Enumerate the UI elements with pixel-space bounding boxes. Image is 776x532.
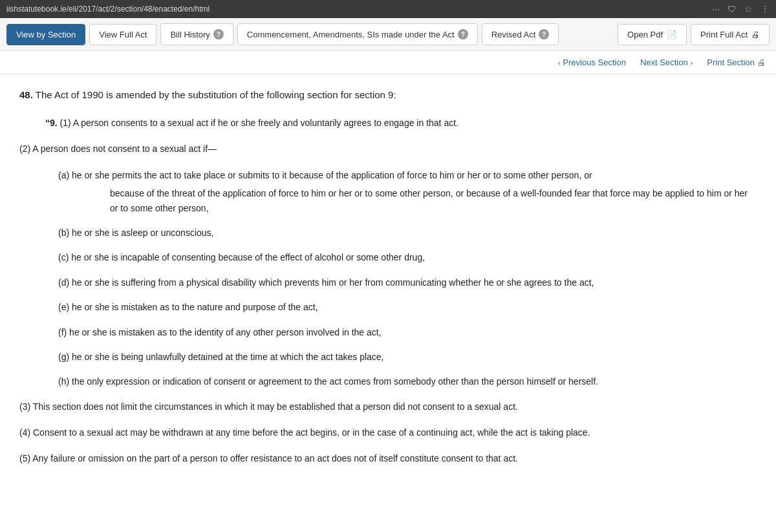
- next-section-button[interactable]: Next Section ›: [636, 55, 696, 70]
- list-item-a: (a) he or she permits the act to take pl…: [19, 168, 757, 215]
- item-h-text: (h) the only expression or indication of…: [58, 376, 598, 387]
- section-number: 48.: [19, 89, 33, 100]
- subsection-3-text: (3) This section does not limit the circ…: [19, 401, 518, 412]
- view-full-act-label: View Full Act: [99, 30, 147, 39]
- chevron-left-icon: ‹: [558, 59, 561, 67]
- subsection-3: (3) This section does not limit the circ…: [19, 399, 757, 414]
- item-b-text: (b) he or she is asleep or unconscious,: [58, 228, 213, 238]
- previous-section-label: Previous Section: [563, 58, 626, 67]
- subsection-5: (5) Any failure or omission on the part …: [19, 451, 757, 465]
- print-full-act-label: Print Full Act: [700, 30, 748, 39]
- item-d-text: (d) he or she is suffering from a physic…: [58, 277, 594, 288]
- main-content: 48. The Act of 1990 is amended by the su…: [0, 74, 776, 504]
- print-section-button[interactable]: Print Section 🖨: [703, 55, 770, 70]
- pdf-icon: 📄: [667, 30, 677, 39]
- subsection-4-text: (4) Consent to a sexual act may be withd…: [19, 427, 590, 438]
- star-icon[interactable]: ☆: [744, 4, 753, 14]
- subsection-5-text: (5) Any failure or omission on the part …: [19, 453, 518, 463]
- revised-act-help-icon[interactable]: ?: [539, 29, 549, 39]
- url-bar: iishstatutebook.ie/eli/2017/act/2/sectio…: [6, 5, 210, 14]
- bill-history-label: Bill History: [170, 30, 210, 39]
- print-section-label: Print Section: [707, 58, 755, 67]
- previous-section-button[interactable]: ‹ Previous Section: [554, 55, 630, 70]
- bill-history-button[interactable]: Bill History ?: [160, 23, 233, 45]
- item-f-text: (f) he or she is mistaken as to the iden…: [58, 327, 382, 337]
- print-icon: 🖨: [751, 30, 760, 39]
- view-by-section-button[interactable]: View by Section: [6, 24, 85, 45]
- print-section-icon: 🖨: [757, 58, 766, 67]
- nav-bar: View by Section View Full Act Bill Histo…: [0, 18, 776, 51]
- item-a-continuation: because of the threat of the application…: [58, 186, 757, 215]
- list-item-h: (h) the only expression or indication of…: [19, 374, 757, 388]
- chevron-right-icon: ›: [691, 59, 693, 67]
- list-item-b: (b) he or she is asleep or unconscious,: [19, 226, 757, 240]
- item-a-main-text: (a) he or she permits the act to take pl…: [58, 170, 592, 180]
- revised-act-label: Revised Act: [491, 30, 536, 39]
- subsection-2-text: (2) A person does not consent to a sexua…: [19, 144, 217, 154]
- list-item-g: (g) he or she is being unlawfully detain…: [19, 350, 757, 364]
- print-full-act-button[interactable]: Print Full Act 🖨: [691, 24, 770, 45]
- revised-act-button[interactable]: Revised Act ?: [482, 23, 559, 45]
- quote-intro: “9. (1) A person consents to a sexual ac…: [19, 116, 757, 130]
- item-g-text: (g) he or she is being unlawfully detain…: [58, 352, 384, 362]
- browser-chrome: iishstatutebook.ie/eli/2017/act/2/sectio…: [0, 0, 776, 18]
- open-pdf-button[interactable]: Open Pdf 📄: [618, 24, 687, 45]
- section-intro-text: The Act of 1990 is amended by the substi…: [33, 89, 396, 100]
- menu-icon[interactable]: ···: [712, 4, 720, 14]
- list-item-d: (d) he or she is suffering from a physic…: [19, 275, 757, 290]
- open-pdf-label: Open Pdf: [627, 30, 663, 39]
- view-full-act-button[interactable]: View Full Act: [89, 24, 156, 45]
- list-item-e: (e) he or she is mistaken as to the natu…: [19, 300, 757, 314]
- browser-icons: ··· 🛡 ☆ ⋮: [712, 4, 770, 14]
- shield-icon: 🛡: [727, 4, 737, 14]
- next-section-label: Next Section: [640, 58, 688, 67]
- item-a-cont-text: because of the threat of the application…: [110, 188, 748, 213]
- subsection-4: (4) Consent to a sexual act may be withd…: [19, 425, 757, 440]
- commencement-label: Commencement, Amendments, SIs made under…: [247, 30, 455, 39]
- view-by-section-label: View by Section: [16, 30, 76, 39]
- section-intro: 48. The Act of 1990 is amended by the su…: [19, 87, 757, 103]
- commencement-button[interactable]: Commencement, Amendments, SIs made under…: [237, 23, 478, 45]
- quote-number: “9.: [45, 118, 58, 128]
- list-item-c: (c) he or she is incapable of consenting…: [19, 250, 757, 264]
- commencement-help-icon[interactable]: ?: [458, 29, 468, 39]
- item-e-text: (e) he or she is mistaken as to the natu…: [58, 302, 318, 312]
- nav-right-actions: Open Pdf 📄 Print Full Act 🖨: [618, 24, 770, 45]
- menu-dots-icon[interactable]: ⋮: [760, 4, 770, 14]
- subsection-2: (2) A person does not consent to a sexua…: [19, 142, 757, 156]
- list-item-f: (f) he or she is mistaken as to the iden…: [19, 325, 757, 339]
- item-c-text: (c) he or she is incapable of consenting…: [58, 252, 425, 262]
- section-navigation: ‹ Previous Section Next Section › Print …: [0, 51, 776, 74]
- subsection-1-text: (1) A person consents to a sexual act if…: [60, 118, 458, 128]
- bill-history-help-icon[interactable]: ?: [213, 29, 224, 39]
